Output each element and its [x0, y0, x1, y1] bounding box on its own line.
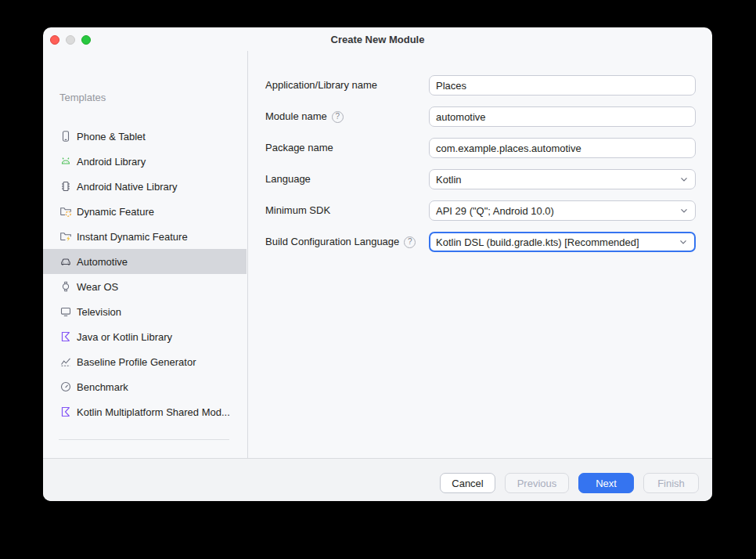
chevron-down-icon [679, 174, 689, 185]
sidebar-item-label: Baseline Profile Generator [77, 356, 196, 368]
field-label-text: Package name [265, 138, 333, 158]
module-name-label: Module name ? [265, 106, 344, 127]
sidebar-item-kotlin-multiplatform[interactable]: Kotlin Multiplatform Shared Mod... [43, 399, 247, 424]
form-row-application-name: Application/Library name [43, 75, 712, 96]
field-label-text: Build Configuration Language [265, 232, 399, 252]
form-row-module-name: Module name ? [43, 106, 712, 127]
form-row-language: Language Kotlin [43, 169, 712, 189]
sidebar-item-label: Wear OS [77, 281, 118, 293]
minimum-sdk-dropdown[interactable]: API 29 ("Q"; Android 10.0) [429, 200, 696, 221]
package-name-input[interactable] [429, 138, 696, 158]
cancel-button[interactable]: Cancel [440, 473, 495, 493]
dialog-title: Create New Module [43, 27, 712, 51]
sidebar-item-java-kotlin-library[interactable]: Java or Kotlin Library [43, 324, 247, 349]
minimum-sdk-label: Minimum SDK [265, 200, 330, 221]
module-form: Application/Library name Module name ? P… [43, 75, 712, 263]
language-dropdown[interactable]: Kotlin [429, 169, 696, 189]
kotlin-icon [59, 330, 72, 343]
field-label-text: Language [265, 169, 311, 189]
chevron-down-icon [678, 236, 689, 247]
build-configuration-language-label: Build Configuration Language ? [265, 232, 416, 252]
sidebar-separator [59, 439, 229, 440]
form-row-minimum-sdk: Minimum SDK API 29 ("Q"; Android 10.0) [43, 200, 712, 221]
screen: Create New Module Templates Phone & Tabl… [0, 0, 756, 559]
module-name-input[interactable] [429, 106, 696, 127]
dropdown-value: API 29 ("Q"; Android 10.0) [436, 205, 554, 217]
sidebar-item-baseline-profile-generator[interactable]: Baseline Profile Generator [43, 349, 247, 374]
dropdown-value: Kotlin DSL (build.gradle.kts) [Recommend… [436, 236, 639, 248]
field-label-text: Application/Library name [265, 75, 377, 96]
create-new-module-dialog: Create New Module Templates Phone & Tabl… [43, 27, 712, 501]
form-row-build-configuration-language: Build Configuration Language ? Kotlin DS… [43, 232, 712, 252]
dropdown-value: Kotlin [436, 174, 462, 186]
sidebar-item-label: Kotlin Multiplatform Shared Mod... [77, 406, 230, 418]
help-icon[interactable]: ? [332, 111, 344, 123]
next-button[interactable]: Next [578, 473, 634, 493]
sidebar-item-label: Benchmark [77, 381, 128, 393]
sidebar-item-label: Java or Kotlin Library [77, 331, 172, 343]
form-row-package-name: Package name [43, 138, 712, 158]
sidebar-item-benchmark[interactable]: Benchmark [43, 374, 247, 399]
language-label: Language [265, 169, 311, 189]
help-icon[interactable]: ? [404, 236, 416, 248]
sidebar-item-wear-os[interactable]: Wear OS [43, 274, 247, 299]
application-name-input[interactable] [429, 75, 696, 96]
gauge-icon [59, 380, 72, 393]
button-row: Cancel Previous Next Finish [440, 473, 699, 493]
package-name-label: Package name [265, 138, 333, 158]
application-name-label: Application/Library name [265, 75, 377, 96]
sidebar-item-television[interactable]: Television [43, 299, 247, 324]
finish-button: Finish [643, 473, 699, 493]
previous-button: Previous [505, 473, 569, 493]
tv-icon [59, 305, 72, 318]
watch-icon [59, 280, 72, 293]
titlebar: Create New Module [43, 27, 712, 51]
chart-icon [59, 355, 72, 368]
build-configuration-language-dropdown[interactable]: Kotlin DSL (build.gradle.kts) [Recommend… [429, 232, 696, 252]
dialog-footer: Cancel Previous Next Finish [43, 458, 712, 501]
field-label-text: Module name [265, 106, 327, 127]
chevron-down-icon [679, 205, 689, 216]
kotlin-icon [59, 406, 72, 418]
field-label-text: Minimum SDK [265, 200, 330, 221]
sidebar-item-label: Television [77, 306, 121, 318]
